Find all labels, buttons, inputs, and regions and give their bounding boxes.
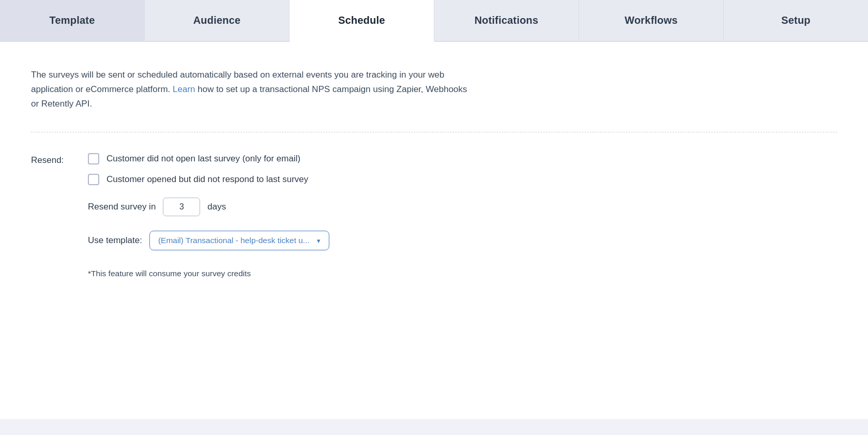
checkbox-not-open[interactable] <box>88 153 99 164</box>
checkbox-not-respond[interactable] <box>88 174 99 185</box>
credits-note: *This feature will consume your survey c… <box>88 269 329 278</box>
tab-workflows[interactable]: Workflows <box>579 0 724 41</box>
resend-days-row: Resend survey in days <box>88 198 329 216</box>
checkbox-2-label: Customer opened but did not respond to l… <box>106 174 308 185</box>
days-label: days <box>207 202 226 212</box>
chevron-down-icon: ▾ <box>317 237 321 245</box>
intro-paragraph: The surveys will be sent or scheduled au… <box>31 68 476 111</box>
resend-label: Resend: <box>31 153 88 166</box>
resend-options: Customer did not open last survey (only … <box>88 153 329 278</box>
tab-audience[interactable]: Audience <box>145 0 290 41</box>
tab-notifications[interactable]: Notifications <box>434 0 579 41</box>
section-divider <box>31 132 837 132</box>
template-select-value: (Email) Transactional - help-desk ticket… <box>158 236 310 245</box>
resend-survey-prefix: Resend survey in <box>88 202 156 212</box>
days-input[interactable] <box>163 198 200 216</box>
main-content: The surveys will be sent or scheduled au… <box>0 42 868 419</box>
tab-template[interactable]: Template <box>0 0 145 41</box>
template-select-dropdown[interactable]: (Email) Transactional - help-desk ticket… <box>149 231 329 250</box>
checkbox-1-label: Customer did not open last survey (only … <box>106 154 300 164</box>
checkbox-row-1: Customer did not open last survey (only … <box>88 153 329 164</box>
page-container: Template Audience Schedule Notifications… <box>0 0 868 435</box>
resend-section: Resend: Customer did not open last surve… <box>31 153 837 278</box>
use-template-label: Use template: <box>88 235 142 246</box>
tabs-bar: Template Audience Schedule Notifications… <box>0 0 868 42</box>
template-row: Use template: (Email) Transactional - he… <box>88 231 329 250</box>
learn-link[interactable]: Learn <box>173 84 195 94</box>
checkbox-row-2: Customer opened but did not respond to l… <box>88 174 329 185</box>
tab-schedule[interactable]: Schedule <box>290 0 434 42</box>
tab-setup[interactable]: Setup <box>724 0 868 41</box>
